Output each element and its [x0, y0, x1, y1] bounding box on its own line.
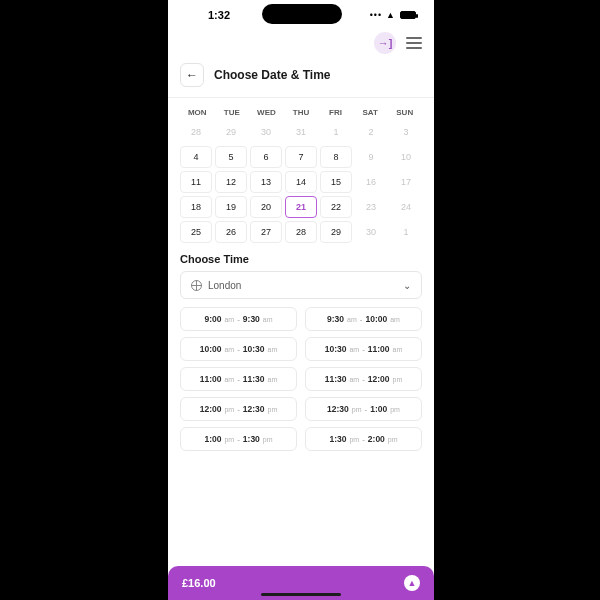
calendar-day[interactable]: 7: [285, 146, 317, 168]
calendar-day[interactable]: 8: [320, 146, 352, 168]
choose-time-title: Choose Time: [168, 243, 434, 271]
calendar-day[interactable]: 20: [250, 196, 282, 218]
calendar-day[interactable]: 18: [180, 196, 212, 218]
chevron-up-icon: ▲: [408, 578, 417, 588]
login-icon: →]: [378, 37, 393, 49]
weekday-label: TUE: [215, 108, 250, 117]
timezone-label: London: [208, 280, 241, 291]
calendar-day: 1: [390, 221, 422, 243]
status-icons: ••• ▲: [370, 10, 416, 20]
calendar-day: 28: [180, 121, 212, 143]
weekday-label: THU: [284, 108, 319, 117]
page-header: ← Choose Date & Time: [168, 58, 434, 98]
time-slot[interactable]: 9:30 am - 10:00 am: [305, 307, 422, 331]
login-button[interactable]: →]: [374, 32, 396, 54]
calendar-day: 17: [390, 171, 422, 193]
calendar-day: 29: [215, 121, 247, 143]
calendar-day[interactable]: 28: [285, 221, 317, 243]
calendar-weekdays: MONTUEWEDTHUFRISATSUN: [180, 100, 422, 121]
price-bar[interactable]: £16.00 ▲: [168, 566, 434, 600]
time-slot[interactable]: 9:00 am - 9:30 am: [180, 307, 297, 331]
status-bar: 1:32 ••• ▲: [168, 0, 434, 28]
menu-icon: [406, 37, 422, 39]
time-slot[interactable]: 11:00 am - 11:30 am: [180, 367, 297, 391]
weekday-label: SAT: [353, 108, 388, 117]
calendar-day: 9: [355, 146, 387, 168]
notch: [262, 4, 342, 24]
weekday-label: SUN: [387, 108, 422, 117]
timezone-selector[interactable]: London ⌄: [180, 271, 422, 299]
calendar-day: 31: [285, 121, 317, 143]
calendar-day[interactable]: 25: [180, 221, 212, 243]
calendar-day[interactable]: 27: [250, 221, 282, 243]
calendar-day[interactable]: 13: [250, 171, 282, 193]
top-bar: →]: [168, 28, 434, 58]
time-slot[interactable]: 11:30 am - 12:00 pm: [305, 367, 422, 391]
phone-frame: 1:32 ••• ▲ →] ← Choose Date & Time MONTU…: [168, 0, 434, 600]
calendar: MONTUEWEDTHUFRISATSUN 282930311234567891…: [168, 98, 434, 243]
status-time: 1:32: [208, 9, 230, 21]
menu-button[interactable]: [406, 37, 422, 49]
calendar-day[interactable]: 26: [215, 221, 247, 243]
home-indicator: [261, 593, 341, 596]
weekday-label: MON: [180, 108, 215, 117]
price-value: £16.00: [182, 577, 216, 589]
calendar-day: 24: [390, 196, 422, 218]
time-slot[interactable]: 12:00 pm - 12:30 pm: [180, 397, 297, 421]
globe-icon: [191, 280, 202, 291]
calendar-day: 30: [250, 121, 282, 143]
time-slot[interactable]: 1:00 pm - 1:30 pm: [180, 427, 297, 451]
calendar-day[interactable]: 5: [215, 146, 247, 168]
page-title: Choose Date & Time: [214, 68, 330, 82]
time-slot[interactable]: 12:30 pm - 1:00 pm: [305, 397, 422, 421]
calendar-day[interactable]: 22: [320, 196, 352, 218]
calendar-day[interactable]: 14: [285, 171, 317, 193]
expand-button[interactable]: ▲: [404, 575, 420, 591]
calendar-day[interactable]: 19: [215, 196, 247, 218]
calendar-day[interactable]: 15: [320, 171, 352, 193]
time-slot[interactable]: 1:30 pm - 2:00 pm: [305, 427, 422, 451]
calendar-day: 16: [355, 171, 387, 193]
time-slot[interactable]: 10:00 am - 10:30 am: [180, 337, 297, 361]
back-button[interactable]: ←: [180, 63, 204, 87]
battery-icon: [400, 11, 416, 19]
calendar-day[interactable]: 29: [320, 221, 352, 243]
weekday-label: WED: [249, 108, 284, 117]
calendar-day[interactable]: 4: [180, 146, 212, 168]
weekday-label: FRI: [318, 108, 353, 117]
calendar-day: 23: [355, 196, 387, 218]
cellular-icon: •••: [370, 10, 382, 20]
chevron-down-icon: ⌄: [403, 280, 411, 291]
arrow-left-icon: ←: [186, 68, 198, 82]
calendar-day: 2: [355, 121, 387, 143]
calendar-day: 10: [390, 146, 422, 168]
calendar-day[interactable]: 6: [250, 146, 282, 168]
time-slot[interactable]: 10:30 am - 11:00 am: [305, 337, 422, 361]
calendar-day: 1: [320, 121, 352, 143]
calendar-day-selected[interactable]: 21: [285, 196, 317, 218]
calendar-day[interactable]: 11: [180, 171, 212, 193]
calendar-day: 3: [390, 121, 422, 143]
time-slots: 9:00 am - 9:30 am9:30 am - 10:00 am10:00…: [168, 307, 434, 451]
wifi-icon: ▲: [386, 10, 396, 20]
calendar-day[interactable]: 12: [215, 171, 247, 193]
calendar-grid: 2829303112345678910111213141516171819202…: [180, 121, 422, 243]
calendar-day: 30: [355, 221, 387, 243]
